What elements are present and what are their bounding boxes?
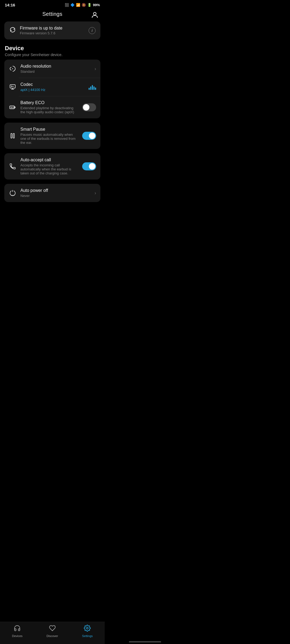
status-icons: ⬛ 🔷 📶 🔕 🔋 99% [65, 3, 100, 7]
auto-accept-call-content: Auto-accept call Accepts the incoming ca… [20, 158, 78, 175]
battery-eco-subtitle: Extended playtime by deactivating the hi… [20, 106, 78, 114]
codec-bars-icon [89, 84, 96, 90]
smart-pause-icon [9, 132, 17, 140]
firmware-text: Firmware is up to date Firmware version … [20, 26, 85, 35]
battery-percent: 99% [93, 3, 100, 7]
toggle-thumb [83, 104, 89, 111]
smart-pause-subtitle: Pauses music automatically when one of t… [20, 133, 78, 145]
bar-1 [89, 88, 90, 90]
audio-resolution-content: Audio resolution Standard [20, 64, 91, 74]
toggle-thumb-smart-pause [89, 133, 95, 139]
device-section-subtitle: Configure your Sennheiser device. [5, 53, 100, 57]
smart-pause-content: Smart Pause Pauses music automatically w… [20, 127, 78, 145]
auto-power-off-icon: AUTO [9, 189, 17, 197]
battery-eco-toggle[interactable] [82, 103, 96, 111]
bar-2 [90, 86, 91, 90]
refresh-rate-icon: ⬛ [65, 3, 69, 7]
auto-power-off-row[interactable]: AUTO Auto power off Never › [4, 184, 100, 202]
page-title: Settings [42, 11, 63, 17]
firmware-version: Firmware version 5.7.6 [20, 31, 85, 35]
firmware-banner: Firmware is up to date Firmware version … [4, 21, 100, 39]
smart-pause-title: Smart Pause [20, 127, 78, 132]
codec-content: Codec aptX | 44100 Hz [20, 82, 85, 92]
person-icon [91, 11, 99, 19]
battery-eco-title: Battery ECO [20, 100, 78, 105]
svg-point-1 [12, 68, 13, 69]
auto-accept-call-toggle[interactable] [82, 162, 96, 170]
auto-accept-call-icon [9, 162, 17, 170]
device-section-heading: Device Configure your Sennheiser device. [0, 45, 105, 60]
svg-rect-6 [13, 133, 14, 138]
codec-title: Codec [20, 82, 85, 87]
audio-settings-card: Audio resolution Standard › Codec aptX |… [4, 60, 100, 118]
battery-eco-row: ECO Battery ECO Extended playtime by dea… [4, 96, 100, 118]
bar-4 [93, 86, 95, 90]
mute-icon: 🔕 [82, 3, 86, 7]
codec-row[interactable]: Codec aptX | 44100 Hz [4, 78, 100, 96]
battery-eco-content: Battery ECO Extended playtime by deactiv… [20, 100, 78, 114]
audio-resolution-title: Audio resolution [20, 64, 91, 69]
smart-pause-card: Smart Pause Pauses music automatically w… [4, 123, 100, 149]
audio-resolution-icon [9, 65, 17, 73]
smart-pause-toggle[interactable] [82, 132, 96, 140]
svg-text:ECO: ECO [10, 107, 14, 108]
bar-3 [92, 85, 93, 90]
svg-text:AUTO: AUTO [12, 195, 15, 196]
audio-resolution-row[interactable]: Audio resolution Standard › [4, 60, 100, 78]
codec-icon [9, 83, 17, 91]
page-header: Settings [0, 9, 105, 21]
codec-value: aptX | 44100 Hz [20, 88, 85, 92]
auto-power-off-card: AUTO Auto power off Never › [4, 184, 100, 202]
battery-eco-icon: ECO [9, 103, 17, 111]
auto-power-off-content: Auto power off Never [20, 188, 91, 198]
profile-button[interactable] [91, 11, 99, 20]
svg-rect-5 [11, 133, 12, 138]
auto-accept-call-title: Auto-accept call [20, 158, 78, 162]
firmware-sync-icon [9, 26, 16, 35]
battery-eco-toggle-switch[interactable] [82, 103, 96, 111]
auto-accept-call-subtitle: Accepts the incoming call automatically … [20, 163, 78, 175]
auto-accept-toggle-switch[interactable] [82, 162, 96, 170]
smart-pause-row: Smart Pause Pauses music automatically w… [4, 123, 100, 149]
status-time: 14:16 [5, 3, 15, 7]
toggle-thumb-auto-accept [89, 163, 95, 170]
auto-power-off-chevron: › [95, 190, 96, 196]
auto-accept-call-row: Auto-accept call Accepts the incoming ca… [4, 153, 100, 180]
firmware-info-button[interactable]: i [89, 27, 96, 34]
audio-resolution-chevron: › [95, 66, 96, 72]
signal-icon: 📶 [76, 3, 80, 7]
auto-power-off-value: Never [20, 194, 91, 198]
battery-icon: 🔋 [87, 3, 92, 7]
status-bar: 14:16 ⬛ 🔷 📶 🔕 🔋 99% [0, 0, 105, 9]
svg-point-0 [93, 12, 96, 15]
bluetooth-icon: 🔷 [70, 3, 75, 7]
smart-pause-toggle-switch[interactable] [82, 132, 96, 140]
device-section-title: Device [5, 45, 100, 52]
auto-accept-call-card: Auto-accept call Accepts the incoming ca… [4, 153, 100, 180]
firmware-title: Firmware is up to date [20, 26, 85, 31]
auto-power-off-title: Auto power off [20, 188, 91, 193]
bar-5 [95, 87, 96, 90]
audio-resolution-value: Standard [20, 69, 91, 74]
